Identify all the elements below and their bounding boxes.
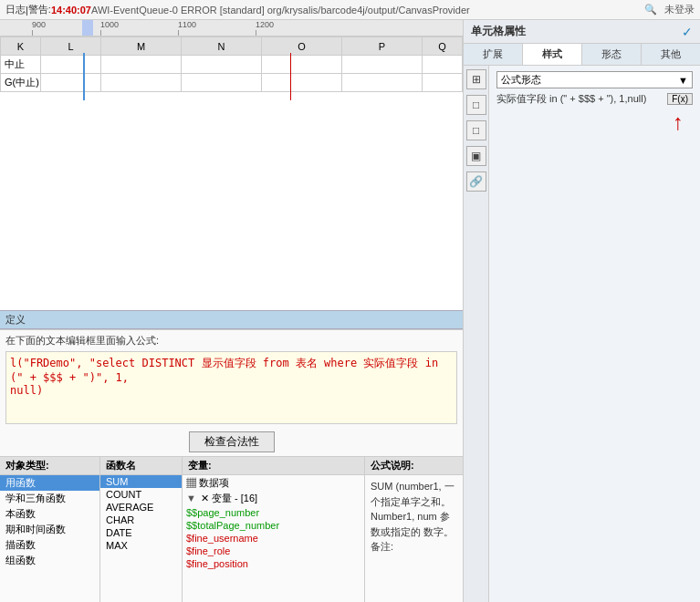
formula-section-dropdown[interactable]: 公式形态 ▼ bbox=[496, 71, 693, 88]
cell-k2: G(中止) bbox=[1, 74, 41, 92]
list-item-CHAR[interactable]: CHAR bbox=[100, 514, 182, 526]
tab-other[interactable]: 其他 bbox=[642, 44, 700, 65]
sidebar-icon-box1[interactable]: □ bbox=[466, 95, 486, 115]
function-name-list: SUM COUNT AVERAGE CHAR DATE MAX bbox=[100, 475, 182, 602]
description-header: 公式说明: bbox=[365, 457, 463, 475]
ruler-canvas: 900 1000 1100 1200 bbox=[0, 20, 463, 36]
sidebar-content: 公式形态 ▼ 实际值字段 in (" + $$$ + "), 1,null) F… bbox=[489, 66, 700, 602]
col-header-K: K bbox=[1, 37, 41, 56]
variable-header: 变量: bbox=[183, 457, 364, 475]
variable-list: ▦ 数据项 ▼ ✕ 变量 - [16] $$page_number $$t bbox=[183, 475, 364, 602]
right-sidebar: 单元格属性 ✓ 扩展 样式 形态 其他 ⊞ □ □ ▣ 🔗 bbox=[463, 20, 700, 602]
function-name-col: 函数名 SUM COUNT AVERAGE CHAR DATE MAX bbox=[100, 457, 183, 602]
var-username-label: $fine_username bbox=[186, 533, 258, 544]
list-item-used-functions[interactable]: 用函数 bbox=[0, 475, 99, 491]
formula-value-row: 实际值字段 in (" + $$$ + "), 1,null) F(x) bbox=[496, 92, 693, 106]
formula-area: 在下面的文本编辑框里面输入公式: l("FRDemo", "select DIS… bbox=[0, 329, 463, 428]
top-bar: 日志 | 警告: 14:40:07 AWI-EventQueue-0 ERROR… bbox=[0, 0, 700, 20]
object-type-col: 对象类型: 用函数 学和三角函数 本函数 期和时间函数 描函数 组函数 bbox=[0, 457, 100, 602]
ruler-mark-900: 900 bbox=[32, 20, 46, 36]
tab-extend[interactable]: 扩展 bbox=[464, 44, 523, 65]
list-item-trig-functions[interactable]: 学和三角函数 bbox=[0, 491, 99, 506]
table-row: 中止 bbox=[1, 56, 463, 74]
cell-q1 bbox=[423, 56, 463, 74]
cell-p1 bbox=[342, 56, 423, 74]
list-item-describe-functions[interactable]: 描函数 bbox=[0, 537, 99, 553]
login-label: 未登录 bbox=[664, 3, 695, 16]
time-text: 14:40:07 bbox=[51, 5, 91, 16]
var-position[interactable]: $fine_position bbox=[183, 557, 364, 570]
col-header-P: P bbox=[342, 37, 423, 56]
list-item-group-functions[interactable]: 组函数 bbox=[0, 553, 99, 568]
list-item-DATE[interactable]: DATE bbox=[100, 526, 182, 539]
var-total-page-label: $$totalPage_number bbox=[186, 520, 279, 531]
col-header-N: N bbox=[182, 37, 262, 56]
arrow-area: ↑ bbox=[496, 109, 693, 164]
ruler-area: 900 1000 1100 1200 bbox=[0, 20, 463, 36]
description-text: SUM (number1, 一个指定单字之和。 Number1, num 参数或… bbox=[365, 475, 463, 558]
cell-k1: 中止 bbox=[1, 56, 41, 74]
var-group-label: 变量 - [16] bbox=[212, 493, 257, 503]
check-btn-row: 检查合法性 bbox=[0, 428, 463, 456]
expand-icon[interactable]: ▼ bbox=[186, 493, 199, 503]
object-type-list: 用函数 学和三角函数 本函数 期和时间函数 描函数 组函数 bbox=[0, 475, 99, 602]
log-message-text: AWI-EventQueue-0 ERROR [standard] org/kr… bbox=[91, 5, 637, 16]
sidebar-icon-grid[interactable]: ⊞ bbox=[466, 69, 486, 89]
var-data-items[interactable]: ▦ 数据项 bbox=[183, 475, 364, 491]
formula-editor[interactable]: l("FRDemo", "select DISTINCT 显示值字段 from … bbox=[5, 351, 457, 424]
search-icon[interactable]: 🔍 bbox=[644, 4, 657, 16]
cell-m1 bbox=[101, 56, 182, 74]
formula-hint: 在下面的文本编辑框里面输入公式: bbox=[5, 334, 457, 348]
var-position-label: $fine_position bbox=[186, 558, 248, 569]
cell-m2 bbox=[101, 74, 182, 92]
tab-style[interactable]: 样式 bbox=[523, 44, 582, 65]
description-col: 公式说明: SUM (number1, 一个指定单字之和。 Number1, n… bbox=[365, 457, 463, 602]
grid-icon: ▦ bbox=[186, 477, 199, 488]
ruler-highlight bbox=[82, 20, 93, 36]
sidebar-title: 单元格属性 bbox=[471, 24, 526, 39]
col-header-M: M bbox=[101, 37, 182, 56]
fx-button[interactable]: F(x) bbox=[667, 93, 693, 105]
list-item-text-functions[interactable]: 本函数 bbox=[0, 506, 99, 522]
ruler-mark-1000: 1000 bbox=[100, 20, 119, 36]
warn-label: 警告: bbox=[28, 3, 51, 16]
variable-col: 变量: ▦ 数据项 ▼ ✕ 变量 - [16] $$pa bbox=[183, 457, 365, 602]
list-item-COUNT[interactable]: COUNT bbox=[100, 488, 182, 501]
var-role[interactable]: $fine_role bbox=[183, 545, 364, 557]
log-label: 日志 bbox=[5, 3, 26, 16]
section-header: 定义 bbox=[0, 310, 463, 329]
sidebar-tabs: 扩展 样式 形态 其他 bbox=[464, 44, 700, 66]
sidebar-icon-layers[interactable]: ▣ bbox=[466, 146, 486, 166]
formula-section-row: 公式形态 ▼ bbox=[496, 71, 693, 88]
column-indicator bbox=[83, 53, 85, 100]
check-validity-button[interactable]: 检查合法性 bbox=[189, 431, 275, 452]
object-type-header: 对象类型: bbox=[0, 457, 99, 475]
main-layout: 900 1000 1100 1200 K L M N bbox=[0, 20, 700, 602]
red-arrow-icon: ↑ bbox=[673, 109, 684, 135]
sidebar-icon-link[interactable]: 🔗 bbox=[466, 171, 486, 192]
list-item-SUM[interactable]: SUM bbox=[100, 475, 182, 488]
list-item-AVERAGE[interactable]: AVERAGE bbox=[100, 501, 182, 514]
formula-section-label: 公式形态 bbox=[501, 73, 541, 87]
var-group-item[interactable]: ▼ ✕ 变量 - [16] bbox=[183, 491, 364, 506]
list-item-MAX[interactable]: MAX bbox=[100, 539, 182, 552]
tab-shape[interactable]: 形态 bbox=[582, 44, 642, 65]
cell-l2 bbox=[41, 74, 101, 92]
table-row: G(中止) bbox=[1, 74, 463, 92]
cell-o2 bbox=[262, 74, 342, 92]
col-header-Q: Q bbox=[423, 37, 463, 56]
var-page-number[interactable]: $$page_number bbox=[183, 506, 364, 519]
function-name-header: 函数名 bbox=[100, 457, 182, 475]
var-username[interactable]: $fine_username bbox=[183, 532, 364, 545]
formula-display-text: 实际值字段 in (" + $$$ + "), 1,null) bbox=[496, 92, 667, 106]
formula-section-chevron: ▼ bbox=[678, 75, 688, 86]
list-item-datetime-functions[interactable]: 期和时间函数 bbox=[0, 522, 99, 537]
sidebar-icon-box2[interactable]: □ bbox=[466, 120, 486, 140]
sidebar-icon-strip: ⊞ □ □ ▣ 🔗 bbox=[464, 66, 489, 602]
var-total-page[interactable]: $$totalPage_number bbox=[183, 519, 364, 532]
sidebar-check-icon[interactable]: ✓ bbox=[682, 25, 693, 39]
cell-o1 bbox=[262, 56, 342, 74]
cell-n2 bbox=[182, 74, 262, 92]
var-group-icon: ✕ bbox=[201, 493, 212, 503]
bottom-panel: 对象类型: 用函数 学和三角函数 本函数 期和时间函数 描函数 组函数 函数名 … bbox=[0, 456, 463, 602]
